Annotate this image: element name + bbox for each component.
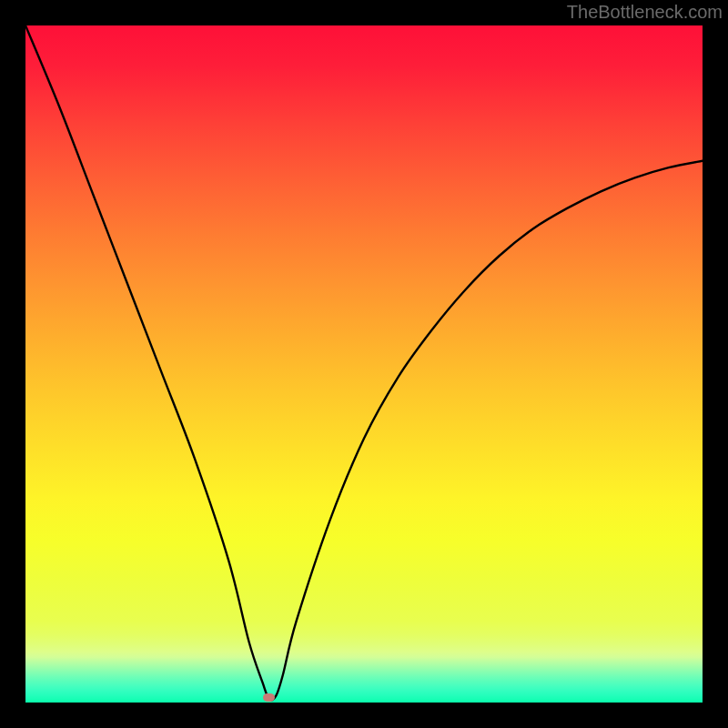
curve-path: [25, 25, 703, 700]
minimum-point-marker: [263, 693, 275, 702]
bottleneck-curve: [25, 25, 703, 703]
chart-frame: TheBottleneck.com: [0, 0, 728, 728]
attribution-text: TheBottleneck.com: [567, 2, 723, 23]
plot-area: [25, 25, 703, 703]
